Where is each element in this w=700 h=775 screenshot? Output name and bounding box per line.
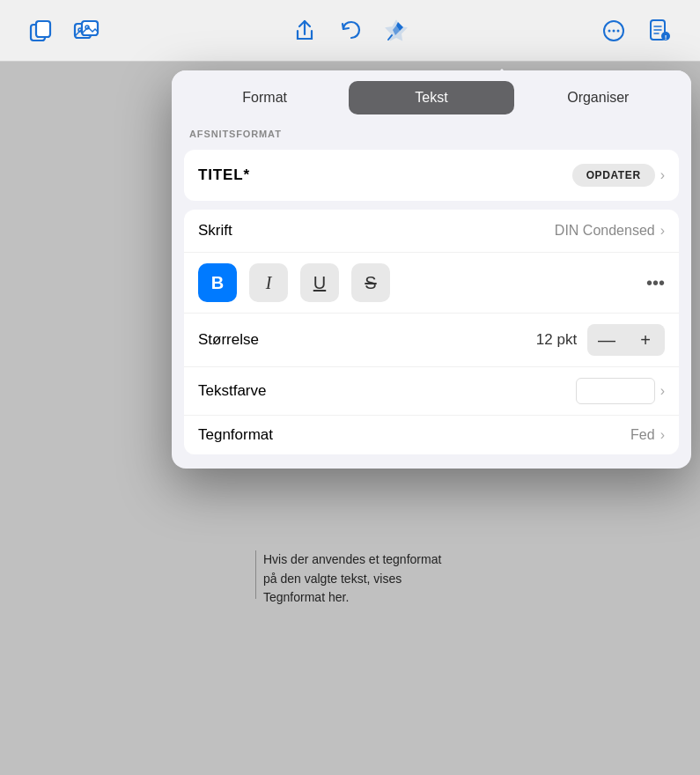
update-button[interactable]: OPDATER (572, 164, 655, 187)
tab-organiser[interactable]: Organiser (516, 81, 681, 114)
main-area: Format Tekst Organiser AFSNITSFORMAT TIT… (0, 62, 700, 775)
strikethrough-button[interactable]: S (351, 263, 390, 302)
toolbar-right-icons: ! (600, 17, 674, 45)
color-label: Tekstfarve (198, 382, 266, 400)
color-row[interactable]: Tekstfarve › (184, 367, 679, 416)
tegnformat-value-text: Fed (630, 427, 655, 443)
popover-content: AFSNITSFORMAT TITEL* OPDATER › Skrift (172, 114, 691, 469)
popover-arrow (490, 69, 513, 80)
more-options-icon[interactable] (600, 17, 628, 45)
chevron-right-font-icon: › (660, 223, 665, 239)
annotation-container: Hvis der anvendes et tegnformatpå den va… (255, 550, 441, 608)
italic-button[interactable]: I (249, 263, 288, 302)
bold-button[interactable]: B (198, 263, 237, 302)
svg-point-10 (617, 29, 620, 32)
tab-format[interactable]: Format (182, 81, 347, 114)
document-icon[interactable]: ! (645, 17, 674, 45)
copy-icon[interactable] (26, 17, 55, 45)
annotation-line-container (255, 550, 256, 599)
chevron-right-tegnformat-icon: › (660, 427, 665, 443)
chevron-right-color-icon: › (660, 383, 665, 399)
size-row: Størrelse 12 pkt — + (184, 314, 679, 367)
annotation-text-content: Hvis der anvendes et tegnformatpå den va… (263, 552, 441, 604)
size-increase-button[interactable]: + (626, 324, 665, 356)
svg-rect-1 (36, 21, 50, 37)
size-controls: 12 pkt — + (526, 324, 665, 356)
update-btn-wrap: OPDATER › (572, 164, 665, 187)
tegnformat-row[interactable]: Tegnformat Fed › (184, 416, 679, 454)
toolbar-center-icons (291, 17, 410, 45)
toolbar: ! (0, 0, 700, 62)
popover-panel: Format Tekst Organiser AFSNITSFORMAT TIT… (172, 70, 691, 469)
annotation-text: Hvis der anvendes et tegnformatpå den va… (263, 550, 441, 608)
share-icon[interactable] (291, 17, 319, 45)
tegnformat-label: Tegnformat (198, 426, 273, 444)
font-value-wrap: DIN Condensed › (555, 223, 665, 239)
more-styles-button[interactable]: ••• (646, 273, 665, 293)
svg-point-9 (613, 29, 615, 32)
toolbar-left-icons (26, 17, 100, 45)
pin-icon[interactable] (382, 17, 410, 45)
popover-arrow-container (172, 69, 691, 80)
title-row: TITEL* OPDATER › (184, 150, 679, 201)
size-value: 12 pkt (526, 331, 587, 349)
font-row[interactable]: Skrift DIN Condensed › (184, 210, 679, 253)
section-label: AFSNITSFORMAT (184, 129, 679, 139)
image-copy-icon[interactable] (72, 17, 100, 45)
title-card: TITEL* OPDATER › (184, 150, 679, 201)
chevron-right-icon: › (660, 167, 665, 183)
svg-text:!: ! (665, 33, 667, 41)
font-value-text: DIN Condensed (555, 223, 655, 239)
svg-point-8 (608, 29, 611, 32)
underline-button[interactable]: U (300, 263, 339, 302)
color-swatch[interactable] (576, 378, 655, 404)
tab-tekst[interactable]: Tekst (349, 81, 513, 114)
font-label: Skrift (198, 222, 232, 240)
tegnformat-value-wrap: Fed › (630, 427, 665, 443)
color-swatch-wrap: › (576, 378, 665, 404)
paragraph-format-title: TITEL* (198, 166, 250, 184)
style-row: B I U S ••• (184, 253, 679, 314)
size-decrease-button[interactable]: — (587, 324, 626, 356)
font-card: Skrift DIN Condensed › B I U (184, 210, 679, 454)
annotation-line (255, 550, 256, 599)
undo-icon[interactable] (336, 17, 365, 45)
size-label: Størrelse (198, 331, 259, 349)
